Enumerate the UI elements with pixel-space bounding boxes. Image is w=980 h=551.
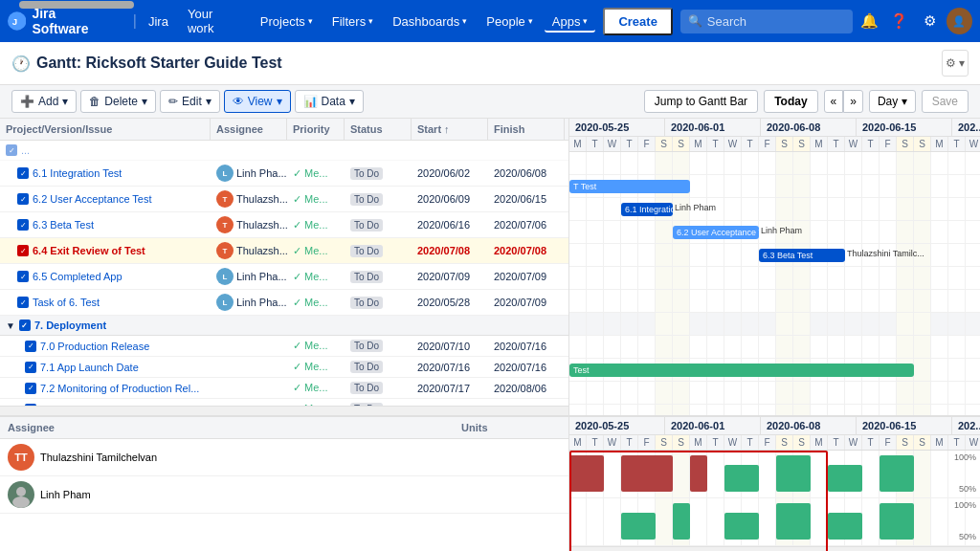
- page-title: Gantt: Ricksoft Starter Guide Test: [36, 55, 282, 72]
- gantt-cell: [656, 290, 673, 312]
- status-badge: To Do: [350, 382, 383, 394]
- start-date: 2020/06/16: [412, 215, 488, 234]
- horizontal-scrollbar[interactable]: [0, 406, 568, 415]
- gantt-cell: [707, 405, 724, 415]
- day-select[interactable]: Day ▾: [869, 90, 916, 113]
- add-button[interactable]: ➕ Add ▾: [11, 90, 77, 113]
- status-badge: To Do: [350, 361, 383, 373]
- issue-link[interactable]: 7.2 Monitoring of Production Rel...: [40, 383, 199, 394]
- percent-cell: [565, 146, 568, 154]
- nav-apps[interactable]: Apps ▾: [545, 11, 596, 33]
- bl-units-cell: [454, 452, 568, 462]
- view-button[interactable]: 👁 View ▾: [224, 90, 291, 113]
- delete-icon: 🗑: [89, 95, 100, 108]
- nav-jira[interactable]: Jira: [141, 11, 176, 33]
- section-header[interactable]: ▼ ✓ 7. Deployment: [0, 316, 568, 336]
- table-row[interactable]: ✓7.1 App Launch Date ✓ Me... To Do 2020/…: [0, 357, 568, 378]
- gantt-cell: [604, 267, 621, 289]
- gantt-cell: [707, 267, 724, 289]
- section-toggle[interactable]: ▼: [6, 320, 15, 331]
- nav-your-work[interactable]: Your work: [180, 3, 249, 39]
- start-date: 2020/06/09: [412, 189, 488, 209]
- issue-link[interactable]: 6.3 Beta Test: [33, 219, 94, 231]
- data-button[interactable]: 📊 Data ▾: [295, 90, 364, 113]
- gantt-cell: [776, 175, 793, 197]
- gantt-bar: Test: [569, 364, 914, 377]
- issue-link[interactable]: 6.1 Integration Test: [33, 167, 122, 179]
- gantt-cell: [690, 152, 707, 174]
- gantt-day-label: W: [604, 435, 621, 450]
- table-row[interactable]: ✓7.3 Complete Declaration of Rele... ✓ M…: [0, 399, 568, 406]
- col-percent: % Done: [565, 119, 568, 140]
- gantt-day-label: W: [604, 137, 621, 151]
- gantt-cell: [862, 405, 880, 415]
- save-button[interactable]: Save: [922, 90, 969, 113]
- nav-filters[interactable]: Filters ▾: [324, 11, 381, 33]
- br-hscroll[interactable]: [569, 546, 980, 551]
- gantt-cell: [587, 336, 604, 358]
- nav-projects[interactable]: Projects ▾: [253, 11, 321, 33]
- issue-link[interactable]: 6.2 User Acceptance Test: [33, 193, 152, 205]
- table-row[interactable]: ✓7.0 Production Release ✓ Me... To Do 20…: [0, 336, 568, 357]
- edit-button[interactable]: ✏ Edit ▾: [160, 90, 220, 113]
- jump-gantt-button[interactable]: Jump to Gantt Bar: [644, 90, 758, 113]
- user-avatar[interactable]: 👤: [947, 8, 972, 34]
- utilization-block: [724, 465, 759, 492]
- app-logo[interactable]: J Jira Software: [8, 6, 122, 36]
- table-row[interactable]: ✓...: [0, 141, 568, 161]
- gantt-cell: [931, 175, 948, 197]
- nav-dashboards[interactable]: Dashboards ▾: [385, 11, 475, 33]
- gantt-data-row: 6.1 Integration TestLinh Pham: [569, 198, 980, 221]
- help-button[interactable]: ❓: [886, 8, 912, 34]
- issue-link[interactable]: 6.4 Exit Review of Test: [33, 245, 145, 256]
- gantt-cell: [569, 405, 587, 415]
- gantt-cell: [673, 244, 690, 266]
- today-button[interactable]: Today: [764, 90, 817, 113]
- br-cell: [759, 498, 776, 545]
- delete-button[interactable]: 🗑 Delete ▾: [80, 90, 156, 113]
- gantt-cell: [793, 267, 811, 289]
- issue-link[interactable]: Task of 6. Test: [33, 297, 100, 308]
- gantt-cell: [656, 152, 673, 174]
- table-row[interactable]: ✓6.3 Beta Test TThulazsh... ✓ Me... To D…: [0, 212, 568, 238]
- nav-people[interactable]: People ▾: [479, 11, 540, 33]
- avatar: L: [216, 165, 234, 182]
- issue-link[interactable]: ...: [21, 144, 30, 156]
- gantt-cell: [673, 313, 690, 335]
- gantt-cell: [673, 336, 690, 358]
- table-row[interactable]: ✓6.2 User Acceptance Test TThulazsh... ✓…: [0, 187, 568, 212]
- create-button[interactable]: Create: [603, 8, 672, 35]
- gantt-cell: [604, 198, 621, 220]
- issue-link[interactable]: 7.1 App Launch Date: [40, 362, 139, 373]
- bl-row[interactable]: TT Thulazshini Tamilchelvan: [0, 439, 568, 476]
- gantt-day-label: T: [621, 137, 638, 151]
- data-icon: 📊: [303, 95, 318, 108]
- gantt-cell: [742, 152, 759, 174]
- table-row[interactable]: ✓6.1 Integration Test LLinh Pha... ✓ Me.…: [0, 161, 568, 187]
- left-panel: Project/Version/Issue Assignee Priority …: [0, 119, 569, 551]
- utilization-row: 100%50%: [569, 498, 980, 546]
- issue-link[interactable]: 6.5 Completed App: [33, 271, 122, 282]
- gantt-cell: [811, 221, 828, 243]
- gantt-cell: [880, 336, 897, 358]
- gantt-cell: [880, 198, 897, 220]
- finish-date: 2020/07/16: [488, 337, 565, 356]
- gantt-cell: [931, 221, 948, 243]
- gantt-cell: [621, 405, 638, 415]
- prev-button[interactable]: «: [824, 90, 844, 113]
- table-row-highlighted[interactable]: ✓6.4 Exit Review of Test TThulazsh... ✓ …: [0, 238, 568, 264]
- gantt-cell: [690, 267, 707, 289]
- table-row[interactable]: ✓Task of 6. Test LLinh Pha... ✓ Me... To…: [0, 290, 568, 316]
- page-settings-button[interactable]: ⚙ ▾: [942, 50, 969, 77]
- gantt-cell: [673, 290, 690, 312]
- gantt-data-row: [569, 267, 980, 290]
- table-row[interactable]: ✓6.5 Completed App LLinh Pha... ✓ Me... …: [0, 264, 568, 290]
- notifications-button[interactable]: 🔔: [857, 8, 882, 34]
- bl-col-assignee: Assignee: [0, 417, 454, 438]
- table-row[interactable]: ✓7.2 Monitoring of Production Rel... ✓ M…: [0, 378, 568, 399]
- bl-row[interactable]: Linh Pham: [0, 476, 568, 514]
- search-input[interactable]: [680, 10, 853, 33]
- settings-button[interactable]: ⚙: [916, 8, 942, 34]
- next-button[interactable]: »: [843, 90, 863, 113]
- issue-link[interactable]: 7.0 Production Release: [40, 341, 149, 352]
